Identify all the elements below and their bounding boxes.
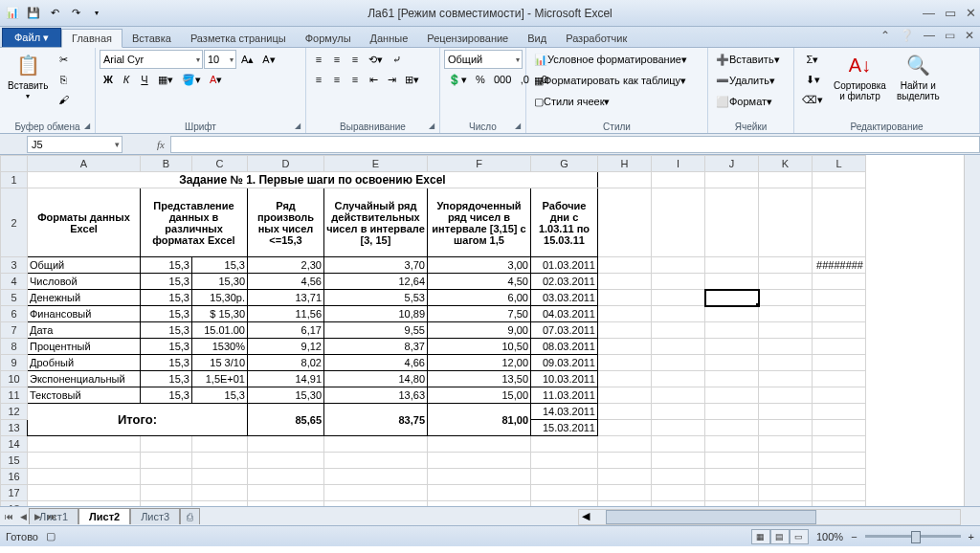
cell-b[interactable]: 15,3 [141,322,192,339]
cell-f[interactable]: 9,00 [428,322,531,339]
cell[interactable] [28,469,141,485]
cell-c[interactable]: 15,3 [192,257,248,274]
cell[interactable] [324,436,428,453]
cell[interactable] [705,404,759,420]
name-box[interactable]: J5 [27,136,122,153]
cell-d[interactable]: 8,02 [248,355,324,371]
row-header-7[interactable]: 7 [1,322,28,339]
cell[interactable] [759,436,813,453]
row-header-2[interactable]: 2 [1,188,28,257]
wrap-text-icon[interactable]: ⤶ [388,50,405,69]
merge-button[interactable]: ⊞▾ [401,70,423,89]
col-header-A[interactable]: A [28,156,141,172]
find-select-button[interactable]: 🔍Найти и выделить [893,50,944,103]
cell-f[interactable]: 3,00 [428,257,531,274]
restore-icon[interactable]: ▭ [945,6,956,20]
cell-a[interactable]: Финансовый [28,306,141,322]
cell-e[interactable]: 5,53 [324,290,428,306]
cell[interactable] [813,469,866,485]
cell-b[interactable]: 15,3 [141,371,192,387]
cell-f[interactable]: 13,50 [428,371,531,387]
minimize-ribbon-icon[interactable]: ⌃ [880,29,890,42]
cell-e[interactable]: 9,55 [324,322,428,339]
cell[interactable] [652,387,705,404]
cell-f[interactable]: 15,00 [428,387,531,404]
border-button[interactable]: ▦▾ [154,70,177,89]
horizontal-scrollbar[interactable]: ◀ [578,509,961,525]
cell[interactable] [652,420,705,436]
cell[interactable] [759,322,813,339]
cell-styles-button[interactable]: ▢ Стили ячеек ▾ [530,92,702,111]
font-color-button[interactable]: A▾ [206,70,226,89]
cell[interactable] [248,485,324,501]
cell-b[interactable]: 15,3 [141,274,192,290]
last-sheet-icon[interactable]: ⏭ [45,512,58,521]
cell[interactable] [598,257,652,274]
prev-sheet-icon[interactable]: ◀ [16,512,30,521]
cell[interactable] [759,404,813,420]
cell-b[interactable]: 15,3 [141,290,192,306]
cell[interactable] [759,274,813,290]
cell-g[interactable]: 04.03.2011 [531,306,598,322]
cell-d[interactable]: 9,12 [248,339,324,355]
col-header-B[interactable]: B [141,156,192,172]
insert-cells-button[interactable]: ➕ Вставить ▾ [712,50,791,69]
cell[interactable] [531,453,598,469]
cut-icon[interactable]: ✂ [55,50,73,69]
tab-formulas[interactable]: Формулы [296,30,361,47]
cell-b[interactable]: 15,3 [141,387,192,404]
cell-d[interactable]: 14,91 [248,371,324,387]
save-icon[interactable]: 💾 [25,5,42,22]
copy-icon[interactable]: ⎘ [55,70,73,89]
row-header-9[interactable]: 9 [1,355,28,371]
cell[interactable] [813,290,866,306]
cell-d[interactable]: 4,56 [248,274,324,290]
excel-icon[interactable]: 📊 [4,5,21,22]
next-sheet-icon[interactable]: ▶ [31,512,44,521]
cell-g[interactable]: 11.03.2011 [531,387,598,404]
minimize-icon[interactable]: — [923,6,935,20]
fill-color-button[interactable]: 🪣▾ [178,70,205,89]
select-all-button[interactable] [1,156,28,172]
cell-g[interactable]: 09.03.2011 [531,355,598,371]
cell[interactable] [652,274,705,290]
cell-c[interactable]: $ 15,30 [192,306,248,322]
cell-e[interactable]: 8,37 [324,339,428,355]
row-header-11[interactable]: 11 [1,387,28,404]
bold-button[interactable]: Ж [100,70,117,89]
cell[interactable] [531,436,598,453]
cell[interactable] [28,436,141,453]
cell-b[interactable]: 15,3 [141,306,192,322]
cell[interactable] [598,274,652,290]
cell-g[interactable]: 03.03.2011 [531,290,598,306]
cell[interactable] [652,257,705,274]
col-header-K[interactable]: K [759,156,813,172]
tab-insert[interactable]: Вставка [122,30,181,47]
launcher-icon[interactable]: ◢ [295,122,301,130]
cell[interactable] [652,172,705,188]
cell-a[interactable]: Денежный [28,290,141,306]
fx-icon[interactable]: fx [157,139,165,150]
launcher-icon[interactable]: ◢ [84,122,90,130]
row-header-16[interactable]: 16 [1,469,28,485]
row-header-6[interactable]: 6 [1,306,28,322]
align-center-icon[interactable]: ≡ [328,70,345,89]
cell[interactable] [813,387,866,404]
cell-g13[interactable]: 15.03.2011 [531,420,598,436]
col-header-E[interactable]: E [324,156,428,172]
cell[interactable] [324,469,428,485]
hdr-d[interactable]: Ряд произволь ных чисел <=15,3 [248,188,324,257]
col-header-L[interactable]: L [813,156,866,172]
row-header-3[interactable]: 3 [1,257,28,274]
cell[interactable] [248,453,324,469]
cell-a[interactable]: Процентный [28,339,141,355]
total-f[interactable]: 81,00 [428,404,531,436]
cell[interactable] [759,188,813,257]
cell[interactable] [598,339,652,355]
cell[interactable] [598,188,652,257]
cell-d[interactable]: 2,30 [248,257,324,274]
align-bottom-icon[interactable]: ≡ [346,50,364,69]
cell-f[interactable]: 6,00 [428,290,531,306]
page-layout-icon[interactable]: ▤ [770,529,790,544]
cell[interactable] [705,188,759,257]
